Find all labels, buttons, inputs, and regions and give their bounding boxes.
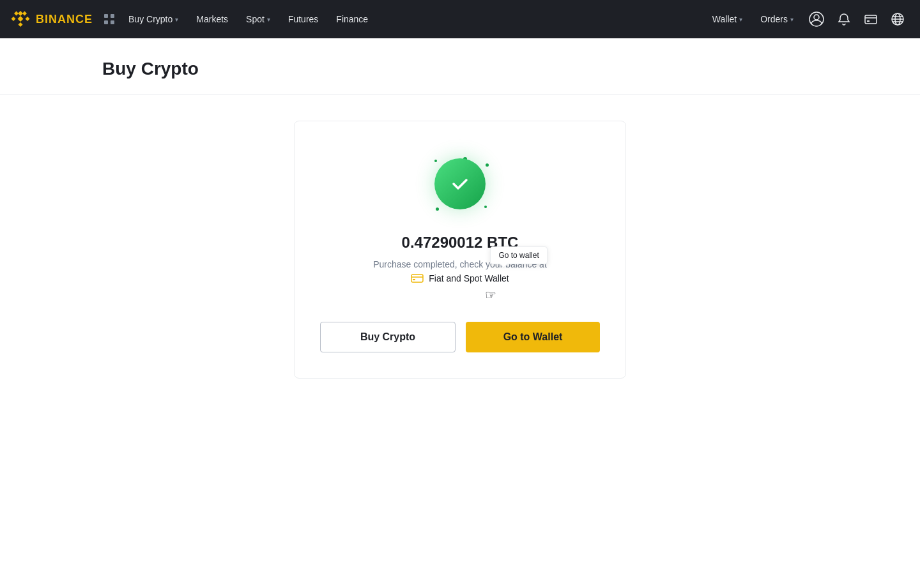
buy-crypto-button[interactable]: Buy Crypto bbox=[320, 322, 456, 352]
binance-logo-icon bbox=[10, 9, 31, 29]
binance-logo[interactable]: BINANCE bbox=[10, 9, 93, 29]
grid-menu-icon[interactable] bbox=[103, 13, 116, 26]
go-to-wallet-button[interactable]: Go to Wallet bbox=[466, 322, 600, 352]
notification-icon-btn[interactable] bbox=[832, 7, 856, 31]
sparkle-3 bbox=[484, 206, 487, 208]
sparkle-5 bbox=[434, 160, 437, 162]
nav-finance[interactable]: Finance bbox=[328, 9, 376, 29]
wallet-card-icon bbox=[411, 273, 424, 283]
binance-logo-text: BINANCE bbox=[36, 13, 93, 26]
svg-marker-1 bbox=[18, 16, 24, 22]
svg-point-10 bbox=[814, 15, 819, 20]
page-title: Buy Crypto bbox=[102, 59, 843, 79]
globe-icon-btn[interactable] bbox=[885, 7, 910, 31]
nav-markets[interactable]: Markets bbox=[188, 9, 236, 29]
amount-text: 0.47290012 BTC bbox=[402, 234, 519, 252]
svg-rect-6 bbox=[111, 14, 114, 18]
main-content: 0.47290012 BTC Purchase completed, check… bbox=[0, 95, 920, 587]
svg-marker-3 bbox=[26, 17, 30, 21]
purchase-desc: Purchase completed, check your balance a… bbox=[373, 259, 547, 269]
nav-right: Wallet ▾ Orders ▾ bbox=[705, 6, 910, 32]
nav-orders[interactable]: Orders ▾ bbox=[753, 9, 801, 29]
svg-marker-4 bbox=[19, 22, 23, 27]
svg-rect-8 bbox=[111, 20, 114, 24]
nav-futures[interactable]: Futures bbox=[280, 9, 326, 29]
svg-marker-0 bbox=[14, 11, 27, 16]
wallet-link-row[interactable]: Fiat and Spot Wallet Go to wallet ☞ bbox=[411, 273, 509, 283]
checkmark-icon bbox=[448, 172, 471, 195]
svg-rect-19 bbox=[411, 275, 423, 282]
card-icon bbox=[864, 12, 878, 26]
wallet-link-text: Fiat and Spot Wallet bbox=[429, 273, 509, 283]
notification-icon bbox=[837, 12, 851, 26]
success-icon-wrapper bbox=[428, 152, 492, 216]
card-icon-btn[interactable] bbox=[859, 7, 883, 31]
page-header: Buy Crypto bbox=[77, 38, 843, 94]
sparkle-4 bbox=[436, 207, 439, 211]
wallet-caret: ▾ bbox=[739, 16, 742, 23]
buy-crypto-caret: ▾ bbox=[175, 16, 178, 23]
spot-caret: ▾ bbox=[267, 16, 270, 23]
nav-buy-crypto[interactable]: Buy Crypto ▾ bbox=[121, 9, 186, 29]
svg-rect-21 bbox=[413, 279, 415, 280]
svg-rect-5 bbox=[104, 14, 108, 18]
success-circle bbox=[434, 158, 486, 209]
svg-rect-11 bbox=[865, 15, 877, 24]
nav-wallet[interactable]: Wallet ▾ bbox=[705, 9, 750, 29]
svg-rect-7 bbox=[104, 20, 108, 24]
profile-icon-btn[interactable] bbox=[804, 6, 829, 32]
nav-spot[interactable]: Spot ▾ bbox=[238, 9, 278, 29]
button-row: Buy Crypto Go to Wallet bbox=[320, 322, 600, 352]
success-card: 0.47290012 BTC Purchase completed, check… bbox=[294, 121, 626, 379]
profile-icon bbox=[809, 11, 824, 27]
nav-links: Buy Crypto ▾ Markets Spot ▾ Futures Fina… bbox=[121, 9, 705, 29]
globe-icon bbox=[891, 12, 905, 26]
credit-card-icon bbox=[411, 273, 424, 283]
navbar: BINANCE Buy Crypto ▾ Markets Spot ▾ Futu… bbox=[0, 0, 920, 38]
svg-marker-2 bbox=[12, 17, 16, 21]
svg-rect-13 bbox=[867, 20, 870, 22]
orders-caret: ▾ bbox=[790, 16, 793, 23]
cursor-hand: ☞ bbox=[485, 287, 496, 303]
sparkle-2 bbox=[486, 163, 489, 167]
